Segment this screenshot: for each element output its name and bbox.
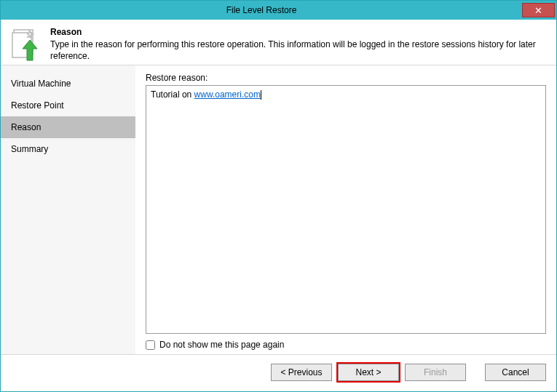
wizard-header: Reason Type in the reason for performing… — [1, 20, 556, 65]
sidebar-item-label: Virtual Machine — [11, 79, 71, 89]
reason-text-prefix: Tutorial on — [151, 89, 194, 100]
sidebar-item-reason[interactable]: Reason — [1, 116, 135, 138]
reason-label: Restore reason: — [146, 73, 546, 83]
button-gap — [472, 364, 479, 381]
wizard-main: Restore reason: Tutorial on www.oameri.c… — [135, 65, 556, 354]
wizard-body: Virtual Machine Restore Point Reason Sum… — [1, 65, 556, 354]
close-button[interactable]: ✕ — [522, 3, 555, 17]
next-button[interactable]: Next > — [338, 364, 399, 381]
sidebar-item-label: Summary — [11, 144, 48, 154]
title-bar: File Level Restore ✕ — [1, 1, 556, 20]
text-caret — [261, 90, 261, 100]
sidebar-item-virtual-machine[interactable]: Virtual Machine — [1, 73, 135, 95]
header-description: Type in the reason for performing this r… — [50, 39, 549, 62]
restore-icon — [8, 27, 43, 62]
sidebar-item-restore-point[interactable]: Restore Point — [1, 95, 135, 116]
dont-show-label: Do not show me this page again — [159, 340, 284, 350]
wizard-window: File Level Restore ✕ Reason Type in the … — [0, 0, 557, 392]
cancel-button[interactable]: Cancel — [485, 364, 546, 381]
reason-link[interactable]: www.oameri.com — [194, 89, 261, 100]
dont-show-checkbox[interactable] — [146, 340, 155, 350]
wizard-sidebar: Virtual Machine Restore Point Reason Sum… — [1, 65, 135, 354]
header-title: Reason — [50, 27, 549, 37]
sidebar-item-summary[interactable]: Summary — [1, 138, 135, 160]
sidebar-item-label: Restore Point — [11, 100, 64, 111]
window-title: File Level Restore — [1, 5, 522, 15]
reason-input[interactable]: Tutorial on www.oameri.com — [146, 85, 546, 334]
finish-button[interactable]: Finish — [405, 364, 466, 381]
dont-show-checkbox-row[interactable]: Do not show me this page again — [146, 340, 546, 350]
close-icon: ✕ — [534, 5, 542, 16]
header-text: Reason Type in the reason for performing… — [50, 27, 549, 62]
sidebar-item-label: Reason — [11, 122, 41, 132]
previous-button[interactable]: < Previous — [271, 364, 332, 381]
wizard-footer: < Previous Next > Finish Cancel — [1, 354, 556, 391]
